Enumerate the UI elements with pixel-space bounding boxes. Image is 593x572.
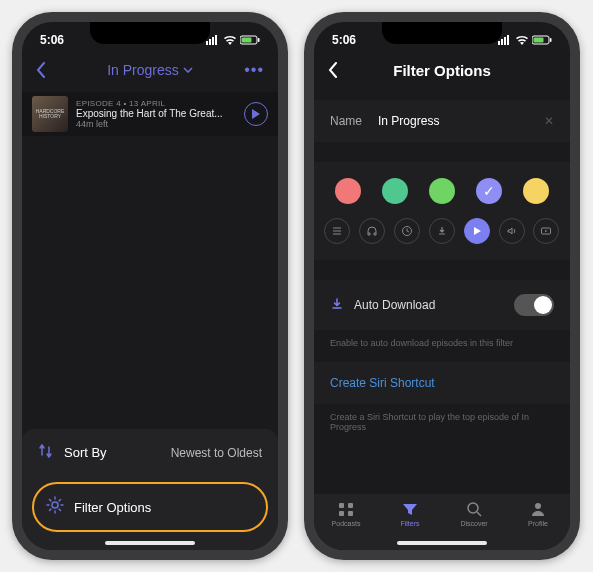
- phone-left: 5:06 In Progress ••• HARDCOREHISTORY EPI…: [12, 12, 288, 560]
- svg-rect-17: [339, 503, 344, 508]
- list-icon: [331, 225, 343, 237]
- svg-rect-1: [209, 39, 211, 45]
- sort-by-label: Sort By: [64, 445, 107, 460]
- back-button[interactable]: [328, 62, 348, 78]
- episode-text: EPISODE 4 • 13 APRIL Exposing the Hart o…: [76, 99, 236, 129]
- episode-artwork: HARDCOREHISTORY: [32, 96, 68, 132]
- nav-title-text: In Progress: [107, 62, 179, 78]
- svg-rect-20: [348, 511, 353, 516]
- video-icon: [540, 225, 552, 237]
- create-siri-shortcut[interactable]: Create Siri Shortcut: [314, 362, 570, 404]
- discover-icon: [465, 500, 483, 518]
- color-green[interactable]: [429, 178, 455, 204]
- svg-rect-9: [501, 39, 503, 45]
- status-icons: [498, 35, 552, 45]
- play-icon: [472, 226, 482, 236]
- filter-options-label: Filter Options: [74, 500, 151, 515]
- filter-icon-video[interactable]: [533, 218, 559, 244]
- gear-icon: [46, 496, 64, 518]
- filter-icon-list[interactable]: [324, 218, 350, 244]
- wifi-icon: [223, 35, 237, 45]
- episode-row[interactable]: HARDCOREHISTORY EPISODE 4 • 13 APRIL Exp…: [22, 92, 278, 136]
- sort-by-row[interactable]: Sort By Newest to Oldest: [22, 429, 278, 476]
- episode-title: Exposing the Hart of The Great...: [76, 108, 236, 119]
- auto-download-hint: Enable to auto download episodes in this…: [314, 330, 570, 362]
- filter-options-row[interactable]: Filter Options: [32, 482, 268, 532]
- play-button[interactable]: [244, 102, 268, 126]
- episode-meta: EPISODE 4 • 13 APRIL: [76, 99, 236, 108]
- battery-icon: [532, 35, 552, 45]
- color-red[interactable]: [335, 178, 361, 204]
- icon-row: [314, 214, 570, 260]
- home-indicator[interactable]: [105, 541, 195, 545]
- notch: [90, 22, 210, 44]
- svg-rect-13: [534, 38, 544, 43]
- status-time: 5:06: [40, 33, 64, 47]
- notch: [382, 22, 502, 44]
- content-right: Name In Progress ✕ ✓: [314, 92, 570, 550]
- sort-by-value: Newest to Oldest: [171, 446, 262, 460]
- download-icon: [330, 297, 344, 314]
- tab-bar: Podcasts Filters Discover Profile: [314, 494, 570, 550]
- color-purple[interactable]: ✓: [476, 178, 502, 204]
- filter-icon-play[interactable]: [464, 218, 490, 244]
- svg-rect-14: [550, 38, 552, 42]
- content-left: HARDCOREHISTORY EPISODE 4 • 13 APRIL Exp…: [22, 92, 278, 550]
- name-row[interactable]: Name In Progress ✕: [314, 100, 570, 142]
- screen-right: 5:06 Filter Options Name In Progress ✕: [314, 22, 570, 550]
- svg-rect-8: [498, 41, 500, 45]
- siri-hint: Create a Siri Shortcut to play the top e…: [314, 404, 570, 446]
- svg-rect-3: [215, 35, 217, 45]
- tab-profile-label: Profile: [528, 520, 548, 527]
- clock-icon: [401, 225, 413, 237]
- filter-icon-clock[interactable]: [394, 218, 420, 244]
- auto-download-toggle[interactable]: [514, 294, 554, 316]
- tab-podcasts-label: Podcasts: [332, 520, 361, 527]
- tab-profile[interactable]: Profile: [506, 500, 570, 527]
- filter-icon-headphones[interactable]: [359, 218, 385, 244]
- phone-right: 5:06 Filter Options Name In Progress ✕: [304, 12, 580, 560]
- name-label: Name: [330, 114, 362, 128]
- status-icons: [206, 35, 260, 45]
- download-icon: [436, 225, 448, 237]
- filter-icon-volume[interactable]: [499, 218, 525, 244]
- toggle-knob: [534, 296, 552, 314]
- tab-discover[interactable]: Discover: [442, 500, 506, 527]
- color-yellow[interactable]: [523, 178, 549, 204]
- home-indicator[interactable]: [397, 541, 487, 545]
- screen-left: 5:06 In Progress ••• HARDCOREHISTORY EPI…: [22, 22, 278, 550]
- volume-icon: [506, 225, 518, 237]
- back-button[interactable]: [36, 62, 56, 78]
- filter-icon-download[interactable]: [429, 218, 455, 244]
- chevron-down-icon: [183, 67, 193, 73]
- status-time: 5:06: [332, 33, 356, 47]
- nav-bar: Filter Options: [314, 52, 570, 92]
- svg-point-22: [535, 503, 541, 509]
- auto-download-label: Auto Download: [354, 298, 435, 312]
- nav-title-dropdown[interactable]: In Progress: [107, 62, 193, 78]
- nav-title: Filter Options: [393, 62, 491, 79]
- filters-icon: [401, 500, 419, 518]
- auto-download-row: Auto Download: [314, 280, 570, 330]
- color-teal[interactable]: [382, 178, 408, 204]
- profile-icon: [529, 500, 547, 518]
- check-icon: ✓: [483, 183, 495, 199]
- podcasts-icon: [337, 500, 355, 518]
- siri-shortcut-label: Create Siri Shortcut: [330, 376, 435, 390]
- svg-rect-19: [339, 511, 344, 516]
- svg-rect-5: [242, 38, 252, 43]
- headphones-icon: [366, 225, 378, 237]
- svg-rect-10: [504, 37, 506, 45]
- svg-point-7: [52, 502, 58, 508]
- sort-icon: [38, 443, 54, 462]
- tab-discover-label: Discover: [460, 520, 487, 527]
- svg-rect-11: [507, 35, 509, 45]
- tab-podcasts[interactable]: Podcasts: [314, 500, 378, 527]
- more-button[interactable]: •••: [244, 61, 264, 79]
- tab-filters[interactable]: Filters: [378, 500, 442, 527]
- battery-icon: [240, 35, 260, 45]
- play-icon: [252, 109, 260, 119]
- wifi-icon: [515, 35, 529, 45]
- clear-button[interactable]: ✕: [544, 114, 554, 128]
- svg-rect-0: [206, 41, 208, 45]
